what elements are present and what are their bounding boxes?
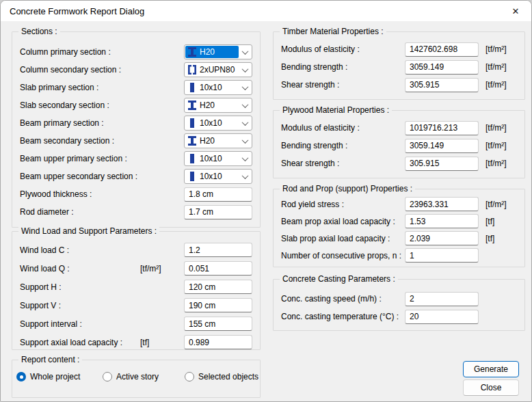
consecutive-props-input[interactable]: [405, 248, 479, 263]
form-row: Beam secondary section : H20: [20, 132, 252, 150]
form-row: Number of consecutive props, n :: [281, 247, 517, 264]
timber-bending-input[interactable]: [405, 60, 479, 75]
support-interval-input[interactable]: [184, 317, 252, 331]
unit-label: [tf]: [140, 338, 184, 347]
rod-diameter-input[interactable]: [184, 205, 252, 219]
form-row: Beam upper secondary section : 10x10: [20, 168, 252, 185]
wind-load-c-input[interactable]: [184, 243, 252, 257]
column-primary-section-select[interactable]: H20: [184, 44, 252, 59]
field-label: Support V :: [20, 301, 140, 310]
slab-secondary-section-select[interactable]: H20: [184, 98, 252, 113]
combo-value: 10x10: [200, 118, 222, 128]
field-label: Wind load Q :: [20, 264, 140, 273]
form-row: Wind load C :: [20, 241, 252, 259]
timber-shear-input[interactable]: [405, 78, 479, 92]
field-label: Rod diameter :: [20, 207, 184, 217]
beam-prop-capacity-input[interactable]: [405, 214, 479, 228]
ibeam-section-icon: [188, 136, 196, 146]
radio-selected-objects[interactable]: Selected objects: [185, 372, 258, 381]
combo-selection: 10x10: [185, 152, 239, 165]
field-label: Support H :: [20, 282, 140, 292]
plywood-shear-input[interactable]: [405, 157, 479, 171]
combo-value: 2xUPN80: [200, 65, 235, 75]
radio-label: Active story: [116, 372, 159, 381]
timber-modulus-input[interactable]: [405, 42, 479, 57]
form-row: Beam prop axial load capacity : [tf]: [281, 213, 517, 230]
field-label: Slab prop axial load capacity :: [281, 234, 405, 243]
field-label: Bending strength :: [281, 62, 405, 72]
plywood-thickness-input[interactable]: [184, 187, 252, 202]
casting-speed-input[interactable]: [405, 292, 479, 306]
field-label: Slab primary section :: [20, 83, 184, 92]
chevron-down-icon: [239, 46, 251, 58]
field-label: Number of consecutive props, n :: [281, 251, 405, 260]
support-axial-capacity-input[interactable]: [184, 335, 252, 349]
concrete-formwork-report-dialog: Concrete Formwork Report Dialog ✕ Sectio…: [0, 0, 532, 402]
wind-load-q-input[interactable]: [184, 261, 252, 276]
combo-selection: 2xUPN80: [185, 64, 239, 76]
beam-upper-primary-section-select[interactable]: 10x10: [184, 151, 252, 166]
rod-prop-properties-group: Rod and Prop (support) Properties : Rod …: [273, 189, 525, 267]
form-row: Modulus of elasticity : [tf/m²]: [281, 40, 517, 58]
close-button[interactable]: Close: [463, 379, 519, 396]
concrete-casting-group: Concrete Casting Parameters : Conc. cast…: [273, 279, 525, 331]
field-label: Beam upper secondary section :: [20, 172, 184, 181]
combo-value: H20: [200, 136, 215, 146]
rect-section-icon: [188, 154, 196, 163]
form-row: Rod diameter :: [20, 203, 252, 221]
combo-selection: 10x10: [185, 170, 239, 183]
beam-primary-section-select[interactable]: 10x10: [184, 116, 252, 131]
form-row: Beam upper primary section : 10x10: [20, 150, 252, 168]
slab-primary-section-select[interactable]: 10x10: [184, 80, 252, 95]
form-row: Slab secondary section : H20: [20, 96, 252, 114]
unit-label: [tf/m²]: [140, 264, 184, 273]
rod-yield-stress-input[interactable]: [405, 197, 479, 211]
field-label: Support axial load capacity :: [20, 338, 140, 347]
chevron-down-icon: [239, 152, 251, 165]
combo-value: 10x10: [200, 154, 222, 163]
close-icon[interactable]: ✕: [500, 1, 531, 21]
combo-value: 10x10: [200, 83, 222, 92]
field-label: Slab secondary section :: [20, 100, 184, 110]
form-row: Bending strength : [tf/m²]: [281, 58, 517, 76]
form-row: Beam primary section : 10x10: [20, 114, 252, 132]
plywood-modulus-input[interactable]: [405, 121, 479, 135]
group-title: Sections :: [18, 27, 60, 36]
support-v-input[interactable]: [184, 298, 252, 312]
combo-selection: 10x10: [185, 81, 239, 94]
generate-button[interactable]: Generate: [463, 361, 519, 377]
chevron-down-icon: [239, 170, 251, 183]
form-row: Wind load Q : [tf/m²]: [20, 259, 252, 278]
form-row: Slab primary section : 10x10: [20, 79, 252, 96]
plywood-bending-input[interactable]: [405, 139, 479, 153]
timber-rows: Modulus of elasticity : [tf/m²] Bending …: [274, 32, 524, 94]
slab-prop-capacity-input[interactable]: [405, 231, 479, 245]
ibeam-section-icon: [188, 100, 196, 110]
beam-secondary-section-select[interactable]: H20: [184, 133, 252, 148]
radio-whole-project[interactable]: Whole project: [16, 372, 80, 381]
casting-temperature-input[interactable]: [405, 310, 479, 324]
titlebar: Concrete Formwork Report Dialog ✕: [1, 1, 531, 21]
group-title: Rod and Prop (support) Properties :: [280, 184, 415, 193]
column-secondary-section-select[interactable]: 2xUPN80: [184, 62, 252, 77]
plywood-rows: Modulus of elasticity : [tf/m²] Bending …: [274, 111, 524, 172]
rod-rows: Rod yield stress : [tf/m²] Beam prop axi…: [274, 189, 524, 264]
report-content-group: Report content : Whole project Active st…: [12, 360, 261, 398]
support-h-input[interactable]: [184, 280, 252, 294]
form-row: Plywood thickness :: [20, 185, 252, 203]
field-label: Beam primary section :: [20, 118, 184, 128]
unit-label: [tf/m²]: [479, 80, 517, 90]
unit-label: [tf/m²]: [479, 44, 517, 54]
wind-rows: Wind load C : Wind load Q : [tf/m²] Supp…: [12, 232, 260, 351]
combo-selection: H20: [185, 46, 239, 58]
combo-value: H20: [200, 47, 215, 57]
combo-selection: H20: [185, 99, 239, 111]
radio-selected-icon: [16, 372, 26, 381]
field-label: Plywood thickness :: [20, 189, 184, 199]
form-row: Column secondary section : 2xUPN80: [20, 61, 252, 79]
group-title: Concrete Casting Parameters :: [280, 274, 398, 284]
beam-upper-secondary-section-select[interactable]: 10x10: [184, 169, 252, 184]
field-label: Column secondary section :: [20, 65, 184, 75]
combo-value: H20: [200, 100, 215, 110]
radio-active-story[interactable]: Active story: [103, 372, 159, 381]
